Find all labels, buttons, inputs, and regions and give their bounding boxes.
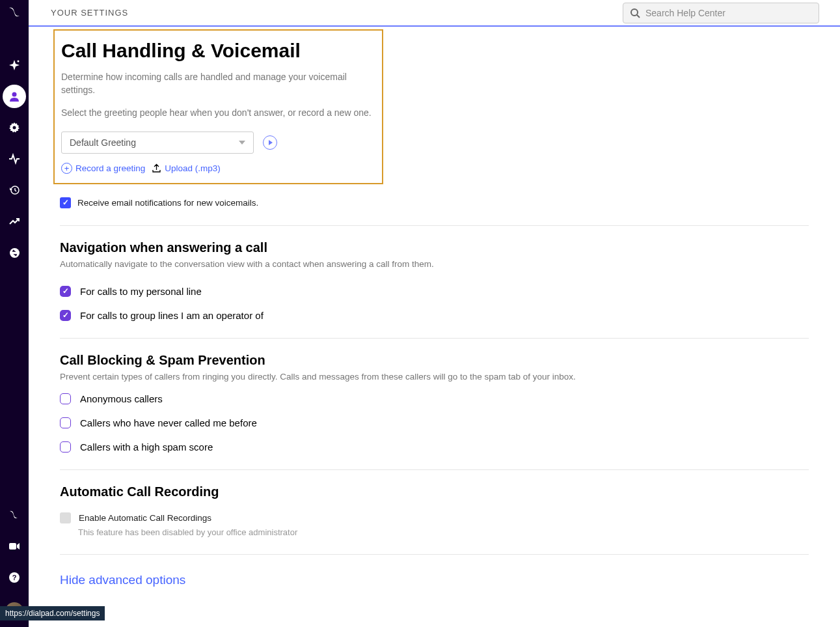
- email-notify-checkbox[interactable]: ✓: [60, 197, 71, 208]
- blocking-section-title: Call Blocking & Spam Prevention: [60, 353, 809, 368]
- nav-section-desc: Automatically navigate to the conversati…: [60, 259, 809, 269]
- search-input[interactable]: [645, 8, 812, 18]
- voicemail-desc1: Determine how incoming calls are handled…: [61, 71, 377, 96]
- divider: [60, 225, 809, 226]
- sparkle-icon[interactable]: [3, 53, 26, 77]
- sidebar: ?: [0, 0, 29, 627]
- block-never-called-checkbox[interactable]: [60, 417, 71, 428]
- video-icon[interactable]: [3, 535, 26, 558]
- voicemail-section-highlight: Call Handling & Voicemail Determine how …: [53, 29, 383, 184]
- blocking-section-desc: Prevent certain types of callers from ri…: [60, 372, 809, 382]
- svg-point-2: [13, 126, 16, 130]
- url-hint-tooltip: https://dialpad.com/settings: [0, 606, 105, 620]
- upload-icon: [152, 163, 161, 173]
- trending-icon[interactable]: [3, 210, 26, 233]
- help-icon[interactable]: ?: [3, 566, 26, 589]
- greeting-selected-label: Default Greeting: [70, 137, 136, 148]
- divider: [60, 554, 809, 555]
- record-greeting-label: Record a greeting: [75, 163, 145, 173]
- nav-personal-label: For calls to my personal line: [80, 286, 202, 297]
- block-anonymous-label: Anonymous callers: [80, 393, 163, 404]
- record-greeting-link[interactable]: + Record a greeting: [61, 163, 145, 174]
- activity-icon[interactable]: [3, 147, 26, 171]
- svg-point-4: [10, 248, 20, 258]
- nav-group-checkbox[interactable]: ✓: [60, 310, 71, 321]
- greeting-select[interactable]: Default Greeting: [61, 132, 254, 154]
- block-never-called-label: Callers who have never called me before: [80, 417, 257, 428]
- search-icon: [630, 8, 640, 18]
- recording-disabled-note: This feature has been disabled by your o…: [78, 527, 809, 537]
- history-icon[interactable]: [3, 178, 26, 202]
- svg-text:?: ?: [12, 574, 17, 581]
- enable-recording-checkbox: [60, 512, 71, 523]
- email-notify-label: Receive email notifications for new voic…: [77, 198, 258, 208]
- search-box[interactable]: [623, 3, 819, 23]
- voicemail-desc2: Select the greeting people hear when you…: [61, 107, 377, 120]
- play-greeting-button[interactable]: [263, 135, 277, 150]
- person-icon[interactable]: [3, 85, 26, 108]
- gear-icon[interactable]: [3, 116, 26, 139]
- nav-personal-checkbox[interactable]: ✓: [60, 286, 71, 297]
- voicemail-title: Call Handling & Voicemail: [61, 40, 377, 62]
- app-logo[interactable]: [7, 7, 22, 21]
- recording-section-title: Automatic Call Recording: [60, 484, 809, 499]
- divider: [60, 338, 809, 339]
- enable-recording-label: Enable Automatic Call Recordings: [79, 513, 211, 523]
- nav-section-title: Navigation when answering a call: [60, 240, 809, 255]
- play-icon: [269, 140, 273, 145]
- header: YOUR SETTINGS: [29, 0, 840, 27]
- hide-advanced-link[interactable]: Hide advanced options: [60, 573, 185, 587]
- upload-greeting-link[interactable]: Upload (.mp3): [152, 163, 221, 173]
- upload-greeting-label: Upload (.mp3): [165, 163, 221, 173]
- block-spam-score-label: Callers with a high spam score: [80, 441, 213, 453]
- svg-point-1: [12, 92, 17, 97]
- sync-icon[interactable]: [3, 241, 26, 264]
- svg-line-9: [637, 15, 640, 18]
- block-spam-score-checkbox[interactable]: [60, 441, 71, 453]
- block-anonymous-checkbox[interactable]: [60, 393, 71, 404]
- svg-point-8: [631, 9, 638, 16]
- plus-circle-icon: +: [61, 163, 72, 174]
- nav-group-label: For calls to group lines I am an operato…: [80, 310, 264, 321]
- page-title: YOUR SETTINGS: [51, 8, 128, 18]
- chat-icon[interactable]: [3, 503, 26, 527]
- divider: [60, 469, 809, 470]
- svg-rect-5: [9, 543, 16, 550]
- svg-point-0: [18, 61, 20, 63]
- chevron-down-icon: [239, 141, 245, 145]
